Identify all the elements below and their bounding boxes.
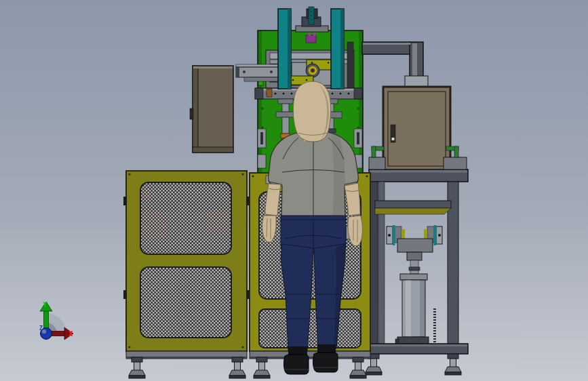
left-safety-cage bbox=[123, 171, 250, 378]
wall-panel-top-highlight bbox=[193, 66, 233, 68]
axis-x-label: X bbox=[68, 329, 73, 338]
wall-panel-latch bbox=[190, 108, 193, 119]
cad-viewport[interactable]: Y X Z bbox=[0, 0, 588, 381]
scene-svg: Y X Z bbox=[0, 0, 588, 381]
magenta-fitting bbox=[306, 35, 316, 43]
operator-head bbox=[293, 81, 330, 142]
operator-torso bbox=[269, 131, 359, 218]
cage-mesh-upper bbox=[140, 182, 231, 254]
wall-panel bbox=[190, 66, 233, 153]
cabinet-top-connector bbox=[405, 76, 428, 87]
stand-olive-strip bbox=[375, 208, 451, 214]
axis-y-label: Y bbox=[43, 300, 47, 309]
axis-z-label: Z bbox=[39, 325, 43, 332]
cage-hinge bbox=[123, 290, 127, 299]
cage-mesh-lower bbox=[140, 267, 231, 338]
electrical-cabinet bbox=[383, 87, 450, 171]
cage-hinge bbox=[123, 197, 127, 205]
